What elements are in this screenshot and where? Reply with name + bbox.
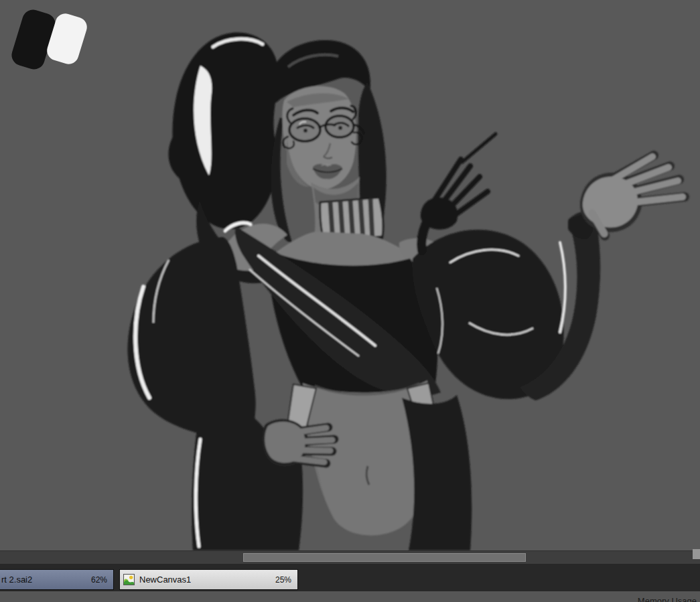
- tab-filename: NewCanvas1: [139, 575, 191, 585]
- tab-document-newcanvas1[interactable]: NewCanvas1 25%: [119, 569, 298, 590]
- document-tab-bar: rt 2.sai2 62% NewCanvas1 25%: [0, 564, 700, 591]
- scrollbar-corner: [693, 549, 700, 559]
- tab-zoom-level: 62%: [91, 575, 107, 585]
- status-bar: Memory Usage: [0, 591, 700, 602]
- memory-usage-label: Memory Usage: [638, 596, 697, 602]
- tab-document-sai2[interactable]: rt 2.sai2 62%: [0, 569, 114, 590]
- canvas-viewport[interactable]: [0, 0, 700, 550]
- horizontal-scrollbar[interactable]: [0, 550, 700, 564]
- tab-zoom-level: 25%: [275, 575, 291, 585]
- tab-filename: rt 2.sai2: [1, 575, 32, 585]
- artwork-painting: [0, 0, 700, 550]
- hand-on-hip: [262, 419, 334, 467]
- canvas-thumbnail-icon: [123, 574, 135, 585]
- scrollbar-thumb[interactable]: [243, 553, 526, 562]
